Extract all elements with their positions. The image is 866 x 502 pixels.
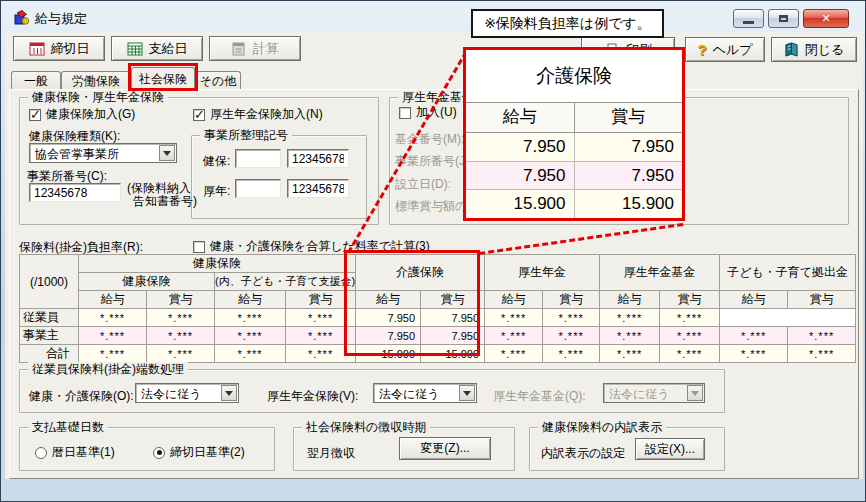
insurance-type-select[interactable]: 協会管掌事業所	[29, 143, 177, 163]
cell[interactable]: *.***	[79, 327, 147, 345]
cell[interactable]: *.***	[485, 345, 543, 363]
tab-general[interactable]: 一般	[11, 71, 61, 91]
change-button[interactable]: 変更(Z)...	[399, 437, 491, 460]
cell[interactable]: *.***	[720, 345, 788, 363]
rounding-pension-value: 法令に従う	[379, 386, 440, 403]
help-label: ヘルプ	[713, 41, 753, 59]
window-title: 給与規定	[35, 10, 87, 28]
radio-circle	[153, 447, 165, 459]
chevron-down-icon[interactable]	[159, 145, 175, 161]
cell[interactable]: *.***	[79, 345, 147, 363]
pension-join-label: 厚生年金保険加入(N)	[210, 106, 323, 123]
cell[interactable]: *.***	[600, 327, 660, 345]
close-button[interactable]: 閉じる	[771, 37, 857, 62]
kounen-number-field[interactable]	[287, 179, 349, 198]
cell[interactable]: *.***	[543, 327, 600, 345]
health-insurance-join-checkbox[interactable]: 健康保険加入(G)	[29, 106, 135, 123]
cell[interactable]: *.***	[147, 309, 215, 327]
chevron-down-icon[interactable]	[459, 385, 475, 401]
cell[interactable]: *.***	[215, 309, 286, 327]
kenpo-code-field[interactable]	[235, 149, 281, 168]
cell[interactable]: *.***	[600, 345, 660, 363]
salary-header: 給与	[485, 291, 543, 309]
cell[interactable]: *.***	[485, 309, 543, 327]
fund-join-checkbox[interactable]: 加入(U)	[399, 104, 457, 121]
rounding-health-select[interactable]: 法令に従う	[135, 383, 239, 403]
salary-regulation-window: 給与規定 ✕ 締切日 支給日 計算	[0, 0, 866, 502]
table-row-employee: 従業員 *.*** *.*** *.*** *.*** 7.950 7.950 …	[20, 309, 856, 327]
kounen-label: 厚年:	[203, 183, 230, 200]
cutoff-date-button[interactable]: 締切日	[13, 36, 105, 61]
checkbox-box	[29, 109, 41, 121]
collection-value: 翌月徴収	[307, 445, 355, 462]
cell[interactable]: *.***	[215, 345, 286, 363]
cell[interactable]: *.***	[720, 327, 788, 345]
cell[interactable]: *.***	[660, 327, 720, 345]
cell[interactable]: *.***	[660, 345, 720, 363]
tab-labor-insurance[interactable]: 労働保険	[61, 71, 131, 91]
close-window-button[interactable]: ✕	[803, 9, 849, 28]
office-number-note-line2: 告知書番号)	[127, 194, 197, 208]
cell[interactable]: *.***	[543, 309, 600, 327]
cell[interactable]: 7.950	[356, 309, 421, 327]
rounding-health-value: 法令に従う	[141, 386, 202, 403]
fund-office-number-label: 事業所番号(J)	[395, 153, 469, 170]
health-sub2-header: (内、子ども・子育て支援金)	[215, 273, 356, 291]
close-icon: ✕	[821, 12, 830, 25]
cell[interactable]: *.***	[286, 309, 356, 327]
rate-table: (/1000) 健康保険 介護保険 厚生年金 厚生年金基金 子ども・子育て拠出金…	[19, 254, 856, 363]
cutoff-date-label: 締切日	[51, 40, 90, 58]
settings-button[interactable]: 設定(X)...	[635, 438, 705, 460]
salary-header: 給与	[356, 291, 421, 309]
kounen-code-field[interactable]	[235, 179, 281, 198]
zoom-row-employee: 7.950 7.950	[466, 133, 682, 162]
maximize-button[interactable]	[768, 9, 799, 28]
table-row-total: 合計 *.*** *.*** *.*** *.*** 15.900 15.900…	[20, 345, 856, 363]
bonus-header: 賞与	[788, 291, 856, 309]
cell[interactable]: *.***	[600, 309, 660, 327]
cell[interactable]: *.***	[660, 309, 720, 327]
cell[interactable]: *.***	[147, 327, 215, 345]
calendar-basis-radio[interactable]: 暦日基準(1)	[35, 444, 115, 461]
cell[interactable]: *.***	[147, 345, 215, 363]
combine-rate-checkbox[interactable]: 健康・介護保険を合算した料率で計算(3)	[193, 238, 430, 255]
tab-other[interactable]: その他	[195, 71, 241, 91]
payday-calendar-icon	[127, 41, 143, 57]
cell[interactable]: 7.950	[421, 309, 485, 327]
calculate-label: 計算	[253, 40, 279, 58]
help-button[interactable]: ? ヘルプ	[685, 37, 765, 62]
cell[interactable]: *.***	[286, 345, 356, 363]
cell[interactable]: 7.950	[356, 327, 421, 345]
cell[interactable]: *.***	[215, 327, 286, 345]
rate-section-label: 保険料(掛金)負担率(R):	[19, 239, 143, 256]
payday-button[interactable]: 支給日	[111, 36, 203, 61]
cell[interactable]: *.***	[543, 345, 600, 363]
salary-header: 給与	[600, 291, 660, 309]
zoom-cell: 7.950	[466, 133, 575, 161]
office-number-field[interactable]	[29, 183, 121, 202]
cell[interactable]: 15.900	[356, 345, 421, 363]
cell[interactable]: *.***	[788, 345, 856, 363]
pension-join-checkbox[interactable]: 厚生年金保険加入(N)	[193, 106, 323, 123]
rounding-fund-select: 法令に従う	[603, 383, 705, 403]
care-header: 介護保険	[356, 255, 485, 291]
cell[interactable]: *.***	[485, 327, 543, 345]
zoom-cell: 7.950	[575, 162, 683, 190]
cell[interactable]: 7.950	[421, 327, 485, 345]
rounding-pension-select[interactable]: 法令に従う	[373, 383, 477, 403]
zoom-table-title: 介護保険	[466, 50, 682, 103]
office-number-note-line1: (保険料納入	[127, 181, 191, 195]
cutoff-basis-radio[interactable]: 締切日基準(2)	[153, 444, 245, 461]
cell[interactable]: *.***	[788, 327, 856, 345]
kenpo-number-field[interactable]	[287, 149, 349, 168]
bonus-header: 賞与	[286, 291, 356, 309]
chevron-down-icon[interactable]	[221, 385, 237, 401]
minimize-button[interactable]	[733, 9, 764, 28]
rounding-pension-label: 厚生年金保険(V):	[267, 388, 358, 405]
cell[interactable]: *.***	[79, 309, 147, 327]
cell[interactable]: 15.900	[421, 345, 485, 363]
help-icon: ?	[697, 41, 706, 58]
cell[interactable]: *.***	[286, 327, 356, 345]
tab-social-insurance[interactable]: 社会保険	[131, 67, 195, 91]
rate-table-unit-header: (/1000)	[20, 255, 79, 309]
